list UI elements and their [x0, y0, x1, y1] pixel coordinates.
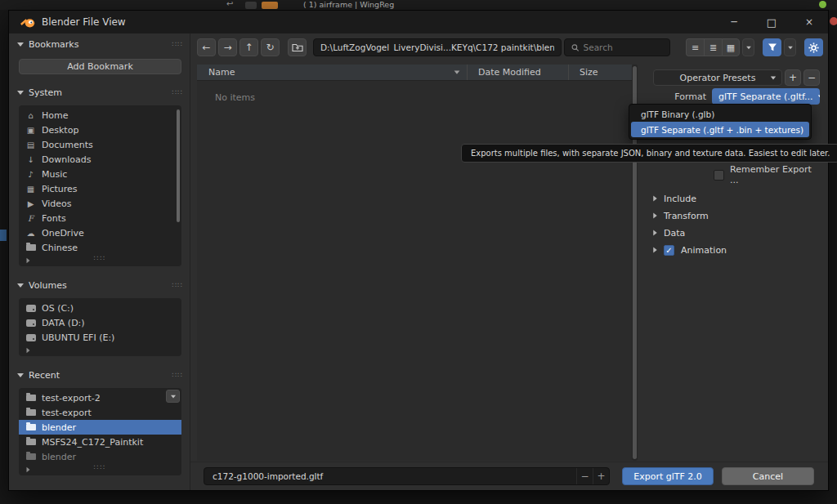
refresh-button[interactable]: ↻	[261, 38, 280, 56]
downloads-icon: ↓	[25, 155, 36, 164]
sidebar-item-home[interactable]: ⌂ Home	[19, 108, 181, 123]
sidebar-item-documents[interactable]: ▤ Documents	[19, 137, 181, 152]
remember-export-checkbox[interactable]	[714, 170, 724, 181]
section-animation[interactable]: ✓ Animation	[645, 243, 821, 257]
expand-arrow-icon[interactable]	[26, 256, 30, 266]
collapsed-chevron-icon	[653, 195, 657, 201]
filename-input[interactable]	[204, 471, 576, 481]
path-input[interactable]	[320, 42, 554, 52]
sidebar-item-pictures[interactable]: ▦ Pictures	[19, 181, 181, 196]
add-bookmark-button[interactable]: Add Bookmark	[19, 59, 181, 74]
recent-item-test-export[interactable]: test-export	[19, 405, 181, 420]
collapse-chevron-icon	[17, 91, 24, 95]
list-footer: ∷∷	[19, 255, 181, 265]
recent-item-blender-selected[interactable]: blender	[19, 420, 181, 435]
pictures-icon: ▦	[25, 185, 36, 194]
display-mode-chevron-button[interactable]	[742, 38, 754, 56]
filter-toggle-button[interactable]	[763, 38, 781, 56]
recent-item-blender-dimmed[interactable]: blender	[19, 449, 181, 464]
sidebar-item-onedrive[interactable]: ☁ OneDrive	[19, 225, 181, 240]
expand-arrow-icon[interactable]	[26, 465, 30, 475]
search-icon	[571, 43, 580, 52]
menu-item-gltf-binary[interactable]: glTF Binary (.glb)	[631, 106, 809, 122]
volume-item-d[interactable]: DATA (D:)	[19, 315, 181, 330]
operator-presets-dropdown[interactable]: Operator Presets	[653, 69, 782, 86]
remove-preset-button[interactable]: −	[803, 69, 820, 86]
system-section-header[interactable]: System ∷∷	[17, 85, 183, 100]
filename-decrement-button[interactable]: −	[576, 468, 593, 484]
recent-options-button[interactable]	[166, 390, 180, 403]
empty-list-message: No items	[215, 92, 255, 103]
sidebar-item-desktop[interactable]: ▣ Desktop	[19, 123, 181, 137]
column-header-name[interactable]: Name	[197, 67, 467, 78]
section-label: Animation	[681, 245, 727, 256]
grip-dots-icon[interactable]: ∷∷	[172, 40, 183, 48]
operator-presets-row: Operator Presets + −	[645, 69, 821, 86]
sidebar-item-downloads[interactable]: ↓ Downloads	[19, 152, 181, 167]
up-directory-button[interactable]: ↑	[239, 38, 258, 56]
fonts-icon: F	[25, 214, 36, 223]
section-include[interactable]: Include	[645, 191, 821, 206]
system-list-scrollbar[interactable]	[177, 109, 180, 222]
gear-icon	[808, 42, 819, 53]
filename-field[interactable]: − +	[204, 467, 610, 485]
column-header-size[interactable]: Size	[568, 65, 632, 80]
sidebar-item-music[interactable]: ♪ Music	[19, 167, 181, 181]
volume-item-c[interactable]: OS (C:)	[19, 301, 181, 315]
grip-dots-icon[interactable]: ∷∷	[172, 88, 183, 96]
folder-icon	[26, 244, 36, 251]
recent-item-test-export-2[interactable]: test-export-2	[19, 390, 181, 405]
section-data[interactable]: Data	[645, 225, 821, 240]
animation-checkbox[interactable]: ✓	[664, 245, 674, 256]
detailed-list-view-button[interactable]: ≣	[704, 38, 722, 56]
grip-dots-icon[interactable]: ∷∷	[172, 371, 183, 379]
vertical-list-view-button[interactable]: ≡	[686, 38, 704, 56]
folder-icon	[26, 409, 36, 416]
path-field[interactable]	[313, 38, 562, 56]
grip-dots-icon[interactable]: ∷∷	[172, 281, 183, 289]
bookmarks-section-header[interactable]: Bookmarks ∷∷	[17, 37, 183, 51]
search-field[interactable]	[564, 38, 670, 56]
gizmo-red-axis-icon	[830, 17, 837, 25]
back-button[interactable]: ←	[197, 38, 216, 56]
item-label: Home	[42, 110, 68, 121]
format-tooltip: Exports multiple files, with separate JS…	[461, 144, 837, 163]
filename-increment-button[interactable]: +	[593, 468, 609, 484]
search-input[interactable]	[584, 42, 663, 52]
resize-grip-icon[interactable]: ∷∷	[94, 463, 106, 471]
expand-arrow-icon[interactable]	[26, 346, 30, 356]
filter-chevron-button[interactable]	[784, 38, 796, 56]
sidebar-item-chinese[interactable]: Chinese	[19, 240, 181, 255]
column-header-date-modified[interactable]: Date Modified	[467, 65, 568, 80]
volume-item-e[interactable]: UBUNTU EFI (E:)	[19, 330, 181, 345]
resize-grip-icon[interactable]: ∷∷	[94, 254, 106, 262]
titlebar[interactable]: Blender File View ─ □ ×	[9, 11, 828, 33]
settings-toggle-button[interactable]	[804, 38, 823, 56]
maximize-button[interactable]: □	[753, 11, 790, 33]
column-header-row: Name Date Modified Size	[197, 65, 632, 81]
sidebar-item-videos[interactable]: ▶ Videos	[19, 196, 181, 211]
forward-button[interactable]: →	[218, 38, 237, 56]
section-label: Data	[664, 228, 685, 239]
export-gltf-button[interactable]: Export glTF 2.0	[622, 467, 714, 485]
recent-item-msfs24-c172-paintkit[interactable]: MSFS24_C172_Paintkit	[19, 435, 181, 449]
thumbnail-view-button[interactable]: ▦	[722, 38, 740, 56]
chevron-down-icon	[771, 76, 776, 79]
create-directory-button[interactable]	[288, 38, 307, 56]
add-preset-button[interactable]: +	[785, 69, 801, 86]
cancel-button[interactable]: Cancel	[722, 467, 814, 485]
window-controls: ─ □ ×	[715, 11, 828, 33]
sidebar-item-fonts[interactable]: F Fonts	[19, 211, 181, 225]
volumes-section-header[interactable]: Volumes ∷∷	[17, 278, 183, 292]
viewport-breadcrumb: ( 1) airframe | WingReg	[303, 0, 394, 9]
section-transform[interactable]: Transform	[645, 208, 821, 223]
file-view-dialog: Blender File View ─ □ × Bookmarks ∷∷ Add…	[8, 10, 829, 491]
close-button[interactable]: ×	[790, 11, 828, 33]
format-dropdown[interactable]: glTF Separate (.gltf...	[712, 88, 820, 105]
chevron-down-icon	[746, 46, 751, 49]
column-name-label: Name	[208, 67, 235, 78]
item-label: MSFS24_C172_Paintkit	[42, 437, 143, 448]
recent-section-header[interactable]: Recent ∷∷	[17, 368, 183, 382]
menu-item-gltf-separate[interactable]: glTF Separate (.gltf + .bin + textures)	[631, 122, 809, 137]
minimize-button[interactable]: ─	[715, 11, 753, 33]
